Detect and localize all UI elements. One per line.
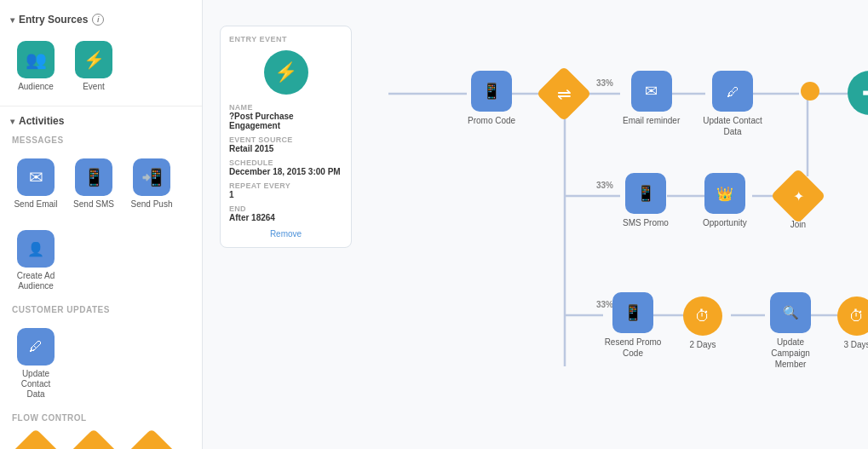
audience-icon: 👥: [17, 41, 55, 78]
resend-promo-label: Resend Promo Code: [603, 337, 663, 359]
repeat-value: 1: [229, 190, 342, 199]
entry-event-circle: ⚡: [264, 50, 308, 95]
sidebar-item-send-email[interactable]: ✉ Send Email: [9, 153, 63, 215]
sidebar-item-event[interactable]: ⚡ Event: [66, 36, 121, 97]
three-days-label: 3 Days: [843, 339, 868, 350]
messages-subheader: MESSAGES: [0, 132, 202, 148]
event-source-value: Retail 2015: [229, 144, 342, 153]
opportunity-node[interactable]: 👑 Opportunity: [703, 173, 747, 228]
random-split-icon: ⇌: [9, 429, 62, 449]
send-email-label: Send Email: [14, 199, 57, 210]
entry-event-card: ENTRY EVENT ⚡ NAME ?Post Purchase Engage…: [220, 26, 352, 248]
name-value: ?Post Purchase Engagement: [229, 112, 342, 130]
three-days-icon: ⏱: [837, 296, 868, 336]
sidebar-item-engagement-split[interactable]: ✦ Engagement Split: [124, 431, 179, 449]
repeat-label: REPEAT EVERY: [229, 181, 342, 190]
sidebar: ▾ Entry Sources i 👥 Audience ⚡ Event ▾ A…: [0, 0, 203, 449]
email-reminder-icon: ✉: [631, 71, 672, 112]
event-icon: ⚡: [75, 41, 112, 78]
sidebar-item-create-ad[interactable]: 👤 Create Ad Audience: [9, 225, 63, 296]
promo-code-icon: 📱: [471, 71, 512, 112]
update-contact-node[interactable]: 🖊 Update Contact Data: [703, 71, 762, 137]
entry-sources-grid: 👥 Audience ⚡ Event: [0, 31, 202, 102]
end-label: END: [229, 204, 342, 213]
chevron-entry-icon: ▾: [10, 15, 14, 25]
sidebar-item-decision-split[interactable]: ? Decision Split: [66, 431, 121, 449]
engagement-split-icon: ✦: [125, 429, 178, 449]
send-push-icon: 📲: [133, 158, 170, 196]
resend-promo-icon: 📱: [612, 292, 653, 333]
chevron-activities-icon: ▾: [10, 117, 14, 126]
create-ad-icon: 👤: [17, 230, 55, 268]
entry-sources-label: Entry Sources: [19, 14, 88, 26]
messages-grid: ✉ Send Email 📱 Send SMS 📲 Send Push: [0, 148, 202, 220]
send-sms-icon: 📱: [75, 158, 112, 196]
sidebar-item-send-push[interactable]: 📲 Send Push: [124, 153, 179, 215]
info-icon: i: [92, 14, 104, 26]
sidebar-item-update-contact[interactable]: 🖊 Update Contact Data: [9, 323, 63, 405]
join-node[interactable]: ✦ Join: [779, 176, 818, 230]
flow-control-grid: ⇌ Random Split ? Decision Split ✦ Engage…: [0, 426, 202, 449]
remove-button[interactable]: Remove: [229, 229, 342, 239]
end-value: After 18264: [229, 213, 342, 222]
send-sms-label: Send SMS: [73, 199, 114, 210]
two-days-icon: ⏱: [683, 296, 722, 336]
opportunity-icon: 👑: [704, 173, 745, 214]
split-diamond-node[interactable]: ⇌: [544, 74, 583, 113]
email-reminder-node[interactable]: ✉ Email reminder: [623, 71, 680, 126]
divider-1: [0, 106, 202, 106]
three-days-node[interactable]: ⏱ 3 Days: [837, 296, 868, 350]
split-diamond-icon: ⇌: [536, 66, 591, 121]
entry-sources-header[interactable]: ▾ Entry Sources i: [0, 9, 202, 31]
sidebar-item-send-sms[interactable]: 📱 Send SMS: [66, 153, 121, 215]
update-contact-label: Update Contact Data: [12, 369, 60, 400]
sms-promo-label: SMS Promo: [623, 217, 669, 228]
update-campaign-icon: 🔍: [770, 292, 811, 333]
event-source-label: EVENT SOURCE: [229, 135, 342, 144]
exit-icon: ➡: [848, 71, 868, 115]
activities-label: Activities: [19, 115, 64, 127]
create-ad-label: Create Ad Audience: [12, 271, 60, 291]
sidebar-item-random-split[interactable]: ⇌ Random Split: [9, 431, 63, 449]
customer-updates-subheader: CUSTOMER UPDATES: [0, 302, 202, 318]
sms-promo-icon: 📱: [625, 173, 666, 214]
promo-code-label: Promo Code: [468, 115, 515, 126]
name-label: NAME: [229, 103, 342, 112]
pct2-label: 33%: [596, 181, 613, 190]
decision-split-icon: ?: [67, 429, 120, 449]
audience-label: Audience: [18, 82, 54, 92]
two-days-label: 2 Days: [689, 339, 716, 350]
update-campaign-label: Update Campaign Member: [761, 337, 820, 370]
email-reminder-label: Email reminder: [623, 115, 680, 126]
sidebar-item-audience[interactable]: 👥 Audience: [9, 36, 63, 97]
flow-canvas: ENTRY EVENT ⚡ NAME ?Post Purchase Engage…: [203, 0, 868, 449]
exit-node[interactable]: ➡: [848, 71, 868, 115]
update-contact-icon: 🖊: [17, 328, 55, 366]
connector-dot-node: [801, 82, 819, 101]
pct1-label: 33%: [596, 78, 613, 88]
promo-code-node[interactable]: 📱 Promo Code: [468, 71, 515, 126]
connector-dot-icon: [801, 82, 819, 101]
two-days-node[interactable]: ⏱ 2 Days: [683, 296, 722, 350]
event-label: Event: [83, 82, 105, 92]
update-campaign-node[interactable]: 🔍 Update Campaign Member: [761, 292, 820, 370]
schedule-label: SCHEDULE: [229, 158, 342, 167]
flow-control-subheader: FLOW CONTROL: [0, 410, 202, 426]
schedule-value: December 18, 2015 3:00 PM: [229, 167, 342, 176]
activities-header[interactable]: ▾ Activities: [0, 110, 202, 132]
audience-grid: 👤 Create Ad Audience: [0, 220, 202, 302]
entry-tag: ENTRY EVENT: [229, 35, 342, 43]
update-contact-data-label: Update Contact Data: [703, 115, 762, 137]
opportunity-label: Opportunity: [703, 217, 747, 228]
send-email-icon: ✉: [17, 158, 55, 196]
resend-promo-node[interactable]: 📱 Resend Promo Code: [603, 292, 663, 359]
update-contact-data-icon: 🖊: [712, 71, 753, 112]
send-push-label: Send Push: [131, 199, 173, 210]
customer-updates-grid: 🖊 Update Contact Data: [0, 318, 202, 410]
join-icon: ✦: [770, 168, 825, 223]
sms-promo-node[interactable]: 📱 SMS Promo: [623, 173, 669, 228]
